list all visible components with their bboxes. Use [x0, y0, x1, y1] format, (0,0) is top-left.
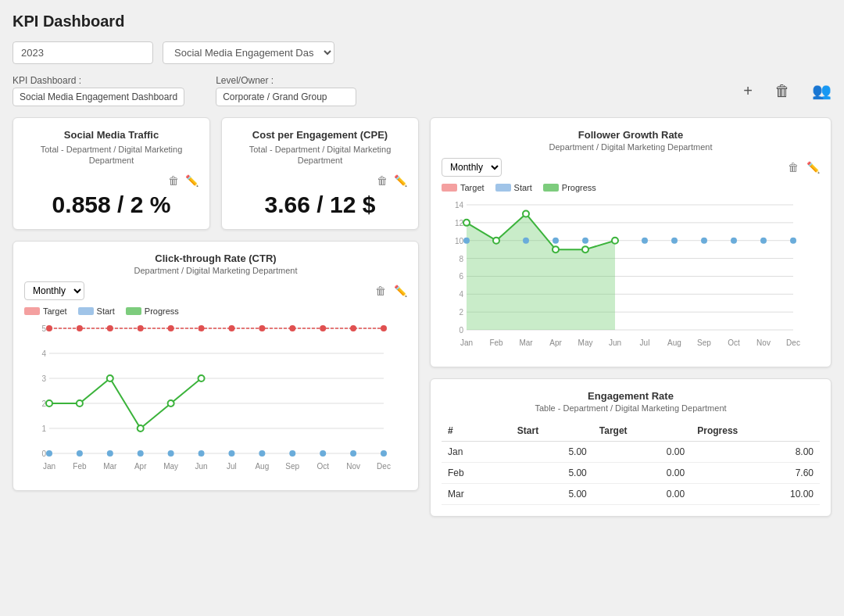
svg-text:1: 1	[41, 424, 46, 433]
svg-point-46	[320, 450, 326, 457]
svg-point-89	[642, 238, 648, 244]
kpi-edit-icon-1[interactable]: ✏️	[394, 174, 407, 187]
kpi-card-value-1: 3.66 / 12 $	[233, 192, 407, 218]
svg-point-105	[612, 238, 618, 244]
follower-edit-icon[interactable]: ✏️	[806, 161, 820, 174]
svg-point-85	[523, 238, 529, 244]
svg-point-42	[198, 450, 205, 457]
cell-target: 0.00	[593, 442, 691, 463]
svg-point-38	[77, 450, 83, 457]
cell-start: 5.00	[511, 442, 593, 463]
cell-month: Mar	[442, 484, 511, 505]
ctr-edit-icon[interactable]: ✏️	[394, 285, 407, 297]
svg-text:4: 4	[459, 290, 463, 299]
ctr-period-select[interactable]: Monthly	[24, 281, 84, 300]
kpi-card-subtitle-0: Total - Department / Digital Marketing D…	[24, 144, 198, 167]
svg-text:12: 12	[455, 219, 464, 227]
svg-point-39	[107, 450, 113, 457]
svg-point-49	[46, 400, 52, 406]
svg-text:10: 10	[455, 237, 464, 245]
svg-point-35	[350, 325, 356, 331]
svg-text:Sep: Sep	[285, 462, 299, 471]
delete-icon[interactable]: 🗑	[774, 82, 790, 100]
add-icon[interactable]: +	[743, 82, 753, 100]
svg-point-34	[320, 325, 326, 331]
follower-legend: Target Start Progress	[442, 183, 820, 192]
cell-target: 0.00	[593, 463, 691, 484]
col-header-start: Start	[511, 421, 593, 442]
svg-text:Dec: Dec	[377, 462, 391, 471]
svg-point-100	[463, 220, 470, 226]
svg-point-36	[381, 325, 387, 331]
cell-progress: 7.60	[691, 463, 820, 484]
svg-text:Aug: Aug	[255, 462, 269, 471]
svg-point-27	[107, 325, 113, 331]
svg-text:4: 4	[41, 349, 46, 358]
engagement-table-wrapper[interactable]: # Start Target Progress Jan 5.00 0.00 8.…	[442, 421, 820, 505]
svg-point-94	[790, 238, 796, 244]
svg-point-40	[138, 450, 144, 457]
year-input[interactable]	[13, 41, 153, 64]
kpi-edit-icon-0[interactable]: ✏️	[185, 174, 198, 187]
svg-point-92	[731, 238, 737, 244]
svg-text:3: 3	[41, 374, 46, 383]
kpi-card-title-0: Social Media Traffic	[24, 129, 198, 141]
follower-delete-icon[interactable]: 🗑	[788, 161, 799, 174]
svg-text:Aug: Aug	[667, 338, 681, 347]
svg-text:Jul: Jul	[227, 462, 237, 471]
svg-point-37	[46, 450, 52, 457]
svg-text:Jan: Jan	[460, 338, 473, 347]
ctr-chart-svg: 012345JanFebMarAprMayJunJulAugSepOctNovD…	[24, 321, 392, 477]
svg-point-44	[259, 450, 265, 457]
cell-start: 5.00	[511, 463, 593, 484]
col-header-month: #	[442, 421, 511, 442]
ctr-chart-subtitle: Department / Digital Marketing Departmen…	[24, 266, 407, 275]
svg-text:Oct: Oct	[728, 338, 740, 347]
svg-point-29	[168, 325, 174, 331]
ctr-delete-icon[interactable]: 🗑	[375, 285, 386, 297]
svg-text:May: May	[578, 338, 593, 347]
svg-point-83	[463, 238, 470, 244]
svg-point-53	[168, 400, 174, 406]
svg-point-31	[228, 325, 234, 331]
cell-progress: 10.00	[691, 484, 820, 505]
svg-point-26	[77, 325, 83, 331]
svg-text:Feb: Feb	[73, 462, 87, 471]
follower-chart-subtitle: Department / Digital Marketing Departmen…	[442, 142, 820, 152]
svg-text:Jun: Jun	[195, 462, 207, 471]
ctr-legend: Target Start Progress	[24, 306, 407, 316]
level-label: Level/Owner :	[216, 75, 356, 86]
table-row: Mar 5.00 0.00 10.00	[442, 484, 820, 505]
svg-text:Feb: Feb	[489, 338, 503, 347]
svg-point-93	[760, 238, 767, 244]
cell-month: Feb	[442, 463, 511, 484]
svg-point-50	[77, 400, 83, 406]
follower-chart-svg: 02468101214JanFebMarAprMayJunJulAugSepOc…	[442, 197, 801, 353]
svg-point-86	[553, 238, 559, 244]
kpi-delete-icon-1[interactable]: 🗑	[377, 174, 388, 187]
table-row: Jan 5.00 0.00 8.00	[442, 442, 820, 463]
dashboard-select[interactable]: Social Media Engagement Dash	[163, 41, 334, 64]
cell-month: Jan	[442, 442, 511, 463]
cell-start: 5.00	[511, 484, 593, 505]
svg-point-25	[46, 325, 52, 331]
kpi-card-subtitle-1: Total - Department / Digital Marketing D…	[233, 144, 407, 167]
svg-point-32	[259, 325, 265, 331]
kpi-delete-icon-0[interactable]: 🗑	[168, 174, 179, 187]
users-icon[interactable]: 👥	[812, 81, 831, 100]
svg-text:Nov: Nov	[346, 462, 360, 471]
svg-point-28	[138, 325, 144, 331]
svg-point-41	[168, 450, 174, 457]
svg-point-90	[671, 238, 678, 244]
svg-point-47	[350, 450, 356, 457]
svg-point-43	[228, 450, 234, 457]
ctr-chart-title: Click-through Rate (CTR)	[24, 252, 407, 264]
svg-text:5: 5	[41, 324, 46, 333]
svg-text:2: 2	[459, 308, 463, 317]
kpi-card-value-0: 0.858 / 2 %	[24, 192, 198, 218]
engagement-table: # Start Target Progress Jan 5.00 0.00 8.…	[442, 421, 820, 505]
svg-text:Mar: Mar	[519, 338, 533, 347]
follower-period-select[interactable]: Monthly	[442, 158, 502, 177]
svg-text:6: 6	[459, 272, 463, 281]
svg-text:14: 14	[455, 201, 464, 210]
